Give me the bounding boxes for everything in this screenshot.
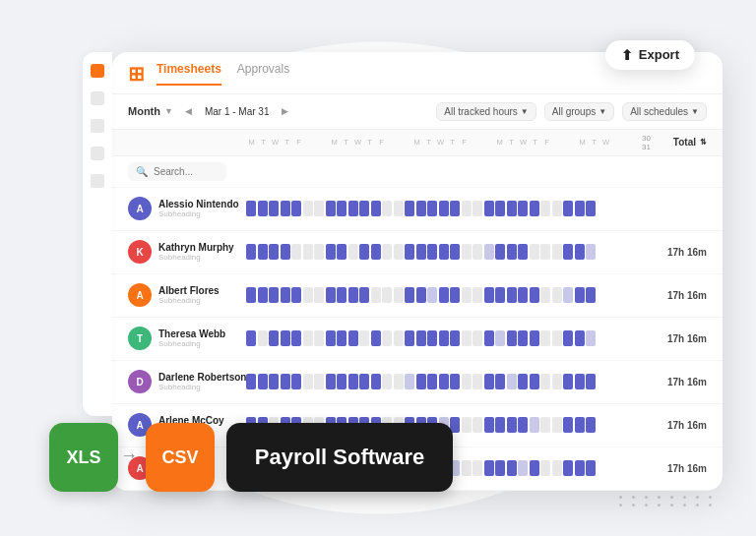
day-block [326, 244, 336, 260]
avatar: T [128, 327, 152, 350]
prev-period-button[interactable]: ◀ [181, 103, 197, 119]
day-block [291, 201, 301, 216]
day-block [575, 244, 585, 260]
tab-timesheets[interactable]: Timesheets [157, 62, 221, 86]
table-row: AAlbert FloresSubheading17h 16m [112, 274, 723, 318]
search-input[interactable] [154, 166, 222, 177]
day-block [348, 201, 358, 216]
day-block [472, 244, 482, 260]
day-blocks-2 [246, 287, 653, 303]
day-block [507, 201, 517, 216]
day-block [586, 201, 596, 216]
employee-info-0: AAlessio NintendoSubheading [128, 197, 246, 220]
chevron-down-icon: ▼ [521, 107, 529, 116]
day-block [371, 201, 381, 216]
day-block [495, 374, 505, 389]
day-block [518, 460, 528, 476]
employee-name: Theresa Webb [158, 328, 225, 339]
day-label-23: W [518, 138, 529, 147]
day-block [530, 201, 539, 216]
day-block [518, 287, 528, 303]
day-label-2: W [270, 138, 281, 147]
employee-info-2: AAlbert FloresSubheading [128, 283, 246, 307]
tabs-container: Timesheets Approvals [157, 62, 289, 86]
day-block [359, 201, 369, 216]
day-block [382, 330, 392, 346]
day-block [530, 244, 539, 260]
sidebar-icon-4 [91, 174, 104, 188]
day-label-9: W [352, 138, 363, 147]
day-block [450, 330, 460, 346]
day-block [484, 374, 494, 389]
employee-name: Alessio Nintendo [158, 199, 239, 209]
col-30-31-header: 30 31 [642, 134, 651, 151]
xls-badge[interactable]: XLS [49, 423, 118, 492]
day-block [416, 374, 426, 389]
day-block [439, 287, 449, 303]
day-block [484, 287, 494, 303]
day-block [586, 330, 596, 346]
day-block [439, 201, 449, 216]
search-box: 🔍 [128, 162, 226, 181]
sidebar-icon-2 [91, 119, 104, 133]
day-block [586, 417, 596, 433]
day-block [552, 374, 562, 389]
sidebar-icon-1 [91, 91, 104, 105]
day-label-16: W [435, 138, 446, 147]
day-label-29: T [589, 138, 599, 147]
day-block [472, 417, 482, 433]
day-block [246, 201, 256, 216]
day-block [258, 244, 268, 260]
tab-approvals[interactable]: Approvals [237, 62, 289, 86]
day-block [281, 201, 290, 216]
filter-groups[interactable]: All groups ▼ [544, 102, 614, 121]
search-icon: 🔍 [136, 166, 148, 177]
day-block [427, 330, 437, 346]
month-selector[interactable]: Month ▼ [128, 105, 173, 117]
day-block [462, 201, 472, 216]
day-label-13 [400, 138, 410, 147]
day-block [382, 287, 392, 303]
day-block [540, 330, 550, 346]
day-block [450, 374, 460, 389]
filter-schedules[interactable]: All schedules ▼ [622, 102, 707, 121]
day-block [394, 374, 404, 389]
day-block [518, 330, 528, 346]
csv-badge[interactable]: CSV [146, 423, 215, 492]
day-block [348, 330, 358, 346]
day-block [427, 287, 437, 303]
next-period-button[interactable]: ▶ [277, 103, 292, 119]
filter-tracked-hours[interactable]: All tracked hours ▼ [436, 102, 536, 121]
day-block [281, 244, 290, 260]
day-block [552, 460, 562, 476]
day-label-3: T [282, 138, 292, 147]
day-block [394, 244, 404, 260]
day-block [281, 330, 290, 346]
day-block [507, 244, 517, 260]
payroll-software-badge[interactable]: Payroll Software [226, 423, 453, 492]
day-block [416, 244, 426, 260]
day-block [314, 244, 324, 260]
day-block [507, 417, 517, 433]
total-hours: 17h 16m [653, 290, 707, 301]
total-hours: 17h 16m [653, 420, 707, 431]
day-block [563, 201, 573, 216]
day-block [258, 201, 268, 216]
export-bubble[interactable]: ⬆ Export [605, 40, 695, 70]
sort-icon[interactable]: ⇅ [700, 138, 707, 147]
day-block [258, 374, 268, 389]
total-hours: 17h 16m [653, 377, 707, 387]
day-block [382, 244, 392, 260]
day-block [518, 417, 528, 433]
day-label-7: M [329, 138, 340, 147]
day-block [563, 417, 573, 433]
day-block [348, 287, 358, 303]
day-block [371, 330, 381, 346]
arrow-connector: → [120, 446, 138, 466]
day-block [495, 201, 505, 216]
day-block [371, 287, 381, 303]
day-block [495, 460, 505, 476]
day-block [552, 287, 562, 303]
day-label-10: T [364, 138, 375, 147]
day-block [246, 287, 256, 303]
